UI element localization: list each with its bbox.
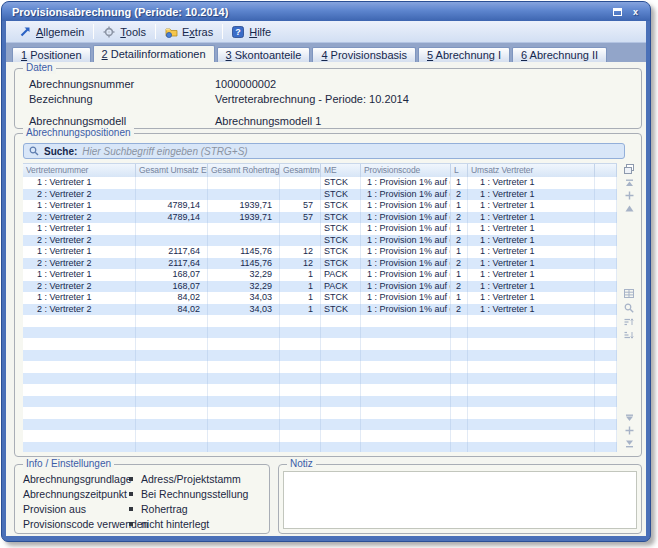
table-row[interactable]: 1 : Vertreter 12117,641145,7612STCK1 : P…	[23, 246, 617, 258]
tab-abrechnung-1[interactable]: 5 Abrechnung I	[418, 47, 510, 62]
table-cell	[451, 442, 468, 453]
search-input[interactable]: Suche: Hier Suchbegriff eingeben (STRG+S…	[23, 143, 625, 159]
table-cell: 1 : Vertreter 1	[468, 269, 595, 281]
table-cell	[136, 223, 208, 235]
tab-provisionsbasis[interactable]: 4 Provisionsbasis	[312, 47, 416, 62]
table-cell	[208, 338, 280, 350]
column-header[interactable]: Vertreternummer	[23, 164, 136, 177]
table-cell	[595, 361, 617, 373]
table-cell: 1 : Provision 1% auf den ve	[361, 200, 451, 212]
table-row[interactable]: 2 : Vertreter 284,0234,031STCK1 : Provis…	[23, 304, 617, 316]
table-cell	[136, 407, 208, 419]
table-cell	[321, 315, 361, 327]
scroll-down-icon[interactable]	[623, 412, 635, 423]
scroll-to-bottom-icon[interactable]	[623, 438, 635, 449]
table-cell	[136, 430, 208, 442]
column-header[interactable]: Provisionscode	[361, 164, 451, 177]
table-cell	[361, 419, 451, 431]
menu-allgemein[interactable]: Allgemein	[12, 24, 91, 40]
notiz-legend: Notiz	[287, 458, 316, 470]
table-cell: 2 : Vertreter 2	[23, 212, 136, 224]
table-cell	[23, 350, 136, 362]
sort-ascending-icon[interactable]	[623, 316, 635, 327]
scroll-up-icon[interactable]	[623, 203, 635, 214]
sort-descending-icon[interactable]	[623, 329, 635, 340]
daten-groupbox: Daten Abrechnungsnummer 1000000002 Bezei…	[14, 68, 642, 129]
table-cell: 2	[451, 189, 468, 201]
folder-icon	[165, 26, 178, 38]
window-title: Provisionsabrechnung (Periode: 10.2014)	[12, 6, 607, 18]
table-cell: 1 : Provision 1% auf den ve	[361, 212, 451, 224]
table-cell	[595, 396, 617, 408]
zoom-search-icon[interactable]	[623, 302, 635, 313]
scroll-to-top-icon[interactable]	[623, 177, 635, 188]
table-row[interactable]: 1 : Vertreter 14789,141939,7157STCK1 : P…	[23, 200, 617, 212]
table-cell	[321, 338, 361, 350]
table-row[interactable]: 2 : Vertreter 22117,641145,7612STCK1 : P…	[23, 258, 617, 270]
table-cell: 1	[280, 281, 321, 293]
column-header[interactable]	[595, 164, 617, 177]
table-cell: 1939,71	[208, 212, 280, 224]
table-cell	[595, 384, 617, 396]
table-row[interactable]: 2 : Vertreter 2168,0732,291PACK1 : Provi…	[23, 281, 617, 293]
table-cell	[321, 361, 361, 373]
table-cell: PACK	[321, 281, 361, 293]
table-row[interactable]: 2 : Vertreter 2STCK1 : Provision 1% auf …	[23, 189, 617, 201]
table-cell	[595, 258, 617, 270]
info-groupbox: Info / Einstellungen Abrechnungsgrundlag…	[14, 464, 270, 534]
notiz-textarea[interactable]	[283, 471, 637, 529]
table-cell	[468, 373, 595, 385]
title-bar[interactable]: Provisionsabrechnung (Periode: 10.2014) …	[2, 2, 650, 21]
insert-row-down-icon[interactable]	[623, 425, 635, 436]
help-icon: ?	[232, 26, 245, 38]
insert-row-up-icon[interactable]	[623, 190, 635, 201]
column-header[interactable]: Umsatz Vertreter	[468, 164, 595, 177]
table-row-empty	[23, 396, 617, 408]
bezeichnung-value: Vertreterabrechnung - Periode: 10.2014	[215, 93, 409, 105]
table-cell: STCK	[321, 212, 361, 224]
table-cell	[208, 177, 280, 189]
tab-abrechnung-2[interactable]: 6 Abrechnung II	[512, 47, 607, 62]
table-cell: 2	[451, 304, 468, 316]
tab-detailinformationen[interactable]: 2 Detailinformationen	[93, 45, 215, 62]
table-cell: 1	[280, 292, 321, 304]
menu-tools[interactable]: Tools	[96, 24, 153, 40]
column-header[interactable]: Gesamt Umsatz EUR	[136, 164, 208, 177]
table-cell	[468, 350, 595, 362]
table-cell	[280, 350, 321, 362]
table-row[interactable]: 2 : Vertreter 2STCK1 : Provision 1% auf …	[23, 235, 617, 247]
table-cell	[208, 442, 280, 453]
column-header[interactable]: L	[451, 164, 468, 177]
table-row[interactable]: 1 : Vertreter 1STCK1 : Provision 1% auf …	[23, 223, 617, 235]
table-cell	[361, 373, 451, 385]
grid-view-icon[interactable]	[623, 288, 635, 299]
table-cell	[136, 442, 208, 453]
column-header[interactable]: Gesamt Rohertrag EUR	[208, 164, 280, 177]
restore-window-button[interactable]	[610, 5, 625, 18]
menu-hilfe[interactable]: ? Hilfe	[225, 24, 278, 40]
restore-icon	[613, 8, 622, 16]
table-row-empty	[23, 315, 617, 327]
tab-skontoanteile[interactable]: 3 Skontoanteile	[217, 47, 311, 62]
toolbar-separator	[222, 24, 223, 39]
column-header[interactable]: Gesamtmenge	[280, 164, 321, 177]
table-cell: 2 : Vertreter 2	[23, 281, 136, 293]
arrow-northeast-icon	[19, 26, 32, 38]
table-cell	[280, 373, 321, 385]
table-cell	[321, 373, 361, 385]
table-row[interactable]: 1 : Vertreter 1STCK1 : Provision 1% auf …	[23, 177, 617, 189]
menu-extras[interactable]: Extras	[158, 24, 220, 40]
table-cell	[280, 235, 321, 247]
table-cell	[321, 430, 361, 442]
column-header[interactable]: ME	[321, 164, 361, 177]
column-chooser-icon[interactable]	[623, 163, 635, 174]
table-row[interactable]: 1 : Vertreter 1168,0732,291PACK1 : Provi…	[23, 269, 617, 281]
table-row[interactable]: 2 : Vertreter 24789,141939,7157STCK1 : P…	[23, 212, 617, 224]
table-row[interactable]: 1 : Vertreter 184,0234,031STCK1 : Provis…	[23, 292, 617, 304]
table-cell: 1 : Provision 1% auf den ve	[361, 235, 451, 247]
table-cell	[595, 177, 617, 189]
table-cell	[208, 407, 280, 419]
tab-positionen[interactable]: 1 Positionen	[12, 47, 91, 62]
table-cell: 1	[451, 200, 468, 212]
close-window-button[interactable]: x	[628, 5, 643, 18]
